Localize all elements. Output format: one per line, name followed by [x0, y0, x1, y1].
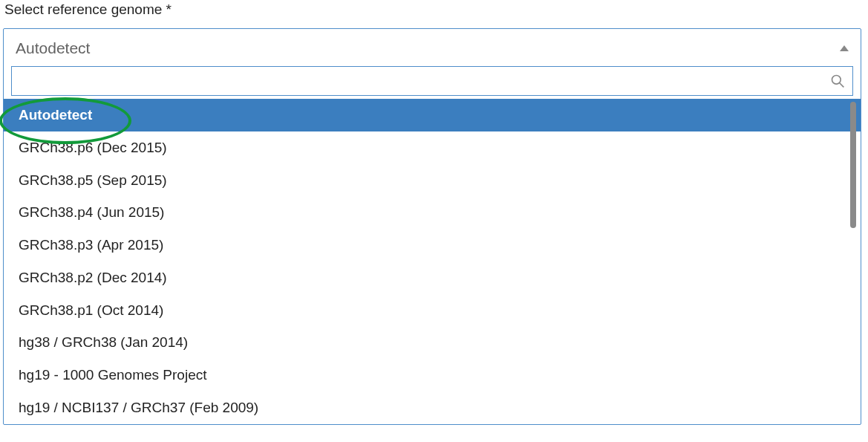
field-label: Select reference genome * — [4, 1, 865, 18]
option-genome[interactable]: hg38 / GRCh38 (Jan 2014) — [4, 326, 861, 359]
select-header[interactable]: Autodetect — [4, 29, 861, 65]
search-icon — [830, 74, 845, 88]
reference-genome-select[interactable]: Autodetect Autodetect GRCh38.p6 (Dec 201… — [3, 28, 861, 425]
svg-point-0 — [832, 76, 841, 85]
scrollbar-thumb[interactable] — [850, 102, 856, 228]
options-list: Autodetect GRCh38.p6 (Dec 2015) GRCh38.p… — [4, 97, 861, 424]
option-genome[interactable]: GRCh38.p5 (Sep 2015) — [4, 164, 861, 197]
select-search-row — [11, 66, 853, 96]
option-genome[interactable]: hg19 - 1000 Genomes Project — [4, 359, 861, 391]
option-autodetect[interactable]: Autodetect — [4, 99, 861, 131]
option-genome[interactable]: GRCh38.p4 (Jun 2015) — [4, 196, 861, 229]
collapse-icon — [840, 45, 849, 51]
selected-value: Autodetect — [16, 39, 90, 57]
option-genome[interactable]: GRCh38.p6 (Dec 2015) — [4, 131, 861, 164]
select-search-input[interactable] — [12, 67, 830, 95]
svg-line-1 — [840, 83, 844, 88]
option-genome[interactable]: GRCh38.p2 (Dec 2014) — [4, 261, 861, 294]
option-genome[interactable]: GRCh38.p3 (Apr 2015) — [4, 229, 861, 261]
option-genome[interactable]: GRCh38.p1 (Oct 2014) — [4, 294, 861, 327]
option-genome[interactable]: hg19 / NCBI137 / GRCh37 (Feb 2009) — [4, 391, 861, 424]
